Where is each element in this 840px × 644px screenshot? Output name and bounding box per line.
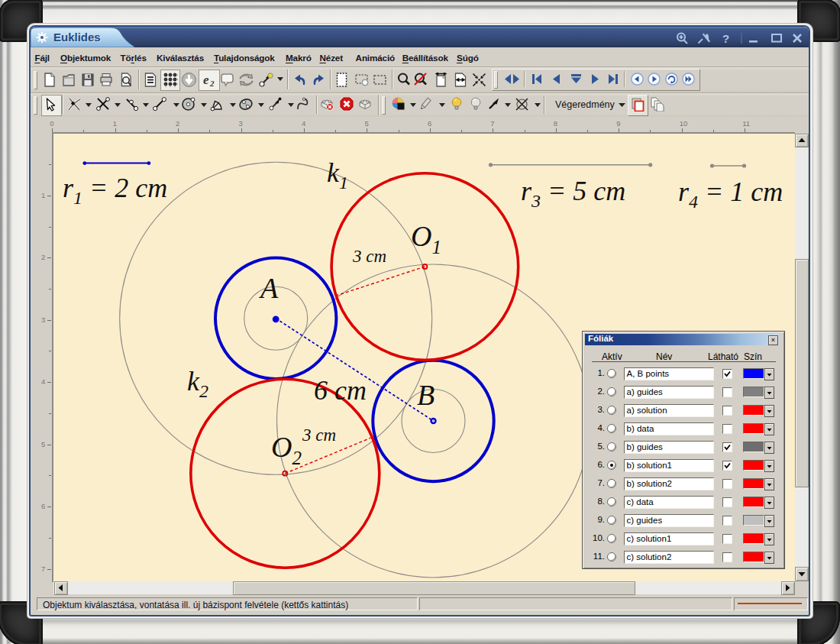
svg-text:3 cm: 3 cm — [352, 247, 386, 266]
svg-text:3 cm: 3 cm — [302, 426, 336, 445]
svg-text:k2: k2 — [187, 366, 208, 401]
svg-text:O1: O1 — [411, 220, 441, 257]
svg-text:k1: k1 — [327, 157, 348, 193]
svg-text:2: 2 — [209, 79, 215, 87]
svg-text:O2: O2 — [271, 431, 302, 468]
svg-text:r3 = 5 cm: r3 = 5 cm — [521, 176, 625, 211]
svg-text:6 cm: 6 cm — [314, 375, 367, 406]
svg-text:r1 = 2 cm: r1 = 2 cm — [63, 173, 167, 208]
svg-text:r4 = 1 cm: r4 = 1 cm — [678, 176, 783, 212]
svg-text:B: B — [417, 379, 435, 411]
svg-text:e: e — [203, 73, 209, 87]
svg-text:?: ? — [722, 32, 729, 44]
svg-text:A: A — [258, 272, 279, 304]
